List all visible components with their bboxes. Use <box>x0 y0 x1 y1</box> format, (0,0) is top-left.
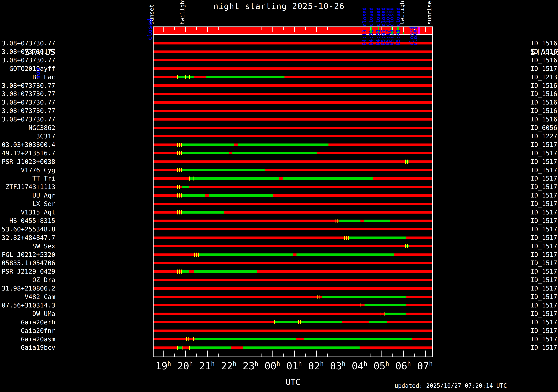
event-tick <box>179 143 180 147</box>
x-axis-hour-label: 04h <box>352 360 367 372</box>
observation-schedule-page: { "title": "night starting 2025-10-26", … <box>0 0 558 392</box>
row-id: ID_1213- <box>531 73 558 81</box>
updated-timestamp: updated: 2025/10/27 07:20:14 UTC <box>394 382 507 389</box>
row-label: GOTO2019ayff <box>0 65 55 72</box>
row-label: 3.08+073730.77 <box>0 116 55 123</box>
row-id: ID_1516- <box>531 57 558 64</box>
observable-segment <box>209 194 273 197</box>
plot-left-spine <box>153 26 154 357</box>
event-tick <box>181 193 182 198</box>
row-id: ID_1517- <box>531 335 558 343</box>
event-tick <box>193 176 193 181</box>
row-label: SW Sex <box>0 242 55 250</box>
event-tick <box>177 193 178 198</box>
annotation-closed: closed <box>413 26 418 46</box>
x-axis-tick <box>229 350 229 357</box>
row-id: ID_1517- <box>531 259 558 267</box>
event-tick <box>188 337 189 341</box>
observable-segment <box>322 296 406 298</box>
row-label: 3.08+073730.77 <box>0 90 55 97</box>
row-label: 3.08+073730.77 <box>0 82 55 89</box>
dome-bar-tick <box>272 27 273 32</box>
row-id: ID_1517- <box>531 285 558 292</box>
event-tick <box>300 320 301 324</box>
row-label: V1315 Aql <box>0 209 55 216</box>
observable-segment <box>365 304 406 306</box>
row-id: ID_1517- <box>531 327 558 334</box>
row-label: OZ Dra <box>0 276 55 284</box>
row-label: NGC3862 <box>0 124 55 131</box>
annotation-closed: 04:31 closed <box>368 7 374 46</box>
event-tick <box>179 151 180 155</box>
observable-segment <box>190 346 231 349</box>
event-tick <box>405 159 406 164</box>
x-axis-tick <box>403 350 404 357</box>
x-axis-tick <box>371 353 371 357</box>
x-axis-hour-label: 05h <box>374 360 389 372</box>
event-tick <box>179 210 180 214</box>
row-label: HS 0455+8315 <box>0 217 55 224</box>
event-tick <box>186 337 187 341</box>
page-title: night starting 2025-10-26 <box>0 1 558 11</box>
observable-segment <box>182 186 189 188</box>
event-tick <box>344 236 345 240</box>
event-tick <box>274 320 275 324</box>
row-id: ID_1517- <box>531 209 558 216</box>
now-marker-label: now <box>35 68 41 79</box>
row-id: ID_1517- <box>531 183 558 191</box>
event-tick <box>185 75 186 79</box>
dome-bar-tick <box>349 27 349 30</box>
x-axis-tick <box>414 353 415 357</box>
observable-segment <box>182 194 205 197</box>
annotation-closed: 04:50 closed <box>375 7 381 46</box>
dome-bar-tick <box>251 27 251 32</box>
event-tick <box>177 143 178 147</box>
dome-bar-tick <box>207 27 208 32</box>
row-id: ID_1517- <box>531 251 558 258</box>
row-id: ID_1517- <box>531 302 558 309</box>
event-tick <box>177 185 178 189</box>
event-tick <box>334 219 334 223</box>
row-label: TT Tri <box>0 175 55 182</box>
row-bar <box>153 203 433 205</box>
row-id: ID_1517- <box>531 158 558 165</box>
event-tick <box>407 244 408 248</box>
event-tick <box>317 295 317 299</box>
dome-bar-tick <box>294 27 295 32</box>
event-tick <box>181 168 182 172</box>
row-label: 3.08+073730.77 <box>0 107 55 114</box>
observable-segment <box>194 270 257 273</box>
observable-segment <box>275 321 298 323</box>
observable-segment <box>232 152 317 154</box>
x-axis-hour-label: 02h <box>308 360 324 372</box>
row-id: ID_1517- <box>531 217 558 224</box>
row-label: PSR J1023+0038 <box>0 158 55 165</box>
observable-segment <box>385 313 406 315</box>
row-label: BL Lac <box>0 73 55 81</box>
dome-bar-tick <box>262 27 262 30</box>
x-axis-tick <box>272 350 273 357</box>
annotation-closed: 05:45 closed <box>395 7 401 46</box>
dome-bar-tick <box>403 27 404 32</box>
row-bar <box>153 228 433 230</box>
marker-twilight: twilight <box>180 0 185 25</box>
row-label: 53.60+255348.8 <box>0 225 55 233</box>
row-id: ID_1517- <box>531 200 558 207</box>
observable-segment <box>364 220 390 222</box>
x-axis-tick <box>294 350 295 357</box>
x-axis-tick <box>338 350 338 357</box>
x-axis-hour-label: 21h <box>199 360 215 372</box>
dome-bar-tick <box>338 27 338 32</box>
row-bar <box>153 186 433 188</box>
observable-segment <box>182 169 265 171</box>
event-tick <box>384 312 384 316</box>
event-tick <box>179 168 180 172</box>
row-id: ID_1516- <box>531 107 558 114</box>
row-id: ID_1517- <box>531 175 558 182</box>
observable-segment <box>206 76 284 78</box>
row-id: ID_1517- <box>531 310 558 317</box>
x-axis-tick <box>382 350 382 357</box>
event-tick <box>336 219 336 223</box>
event-tick <box>177 346 178 350</box>
row-label: V1776 Cyg <box>0 167 55 174</box>
